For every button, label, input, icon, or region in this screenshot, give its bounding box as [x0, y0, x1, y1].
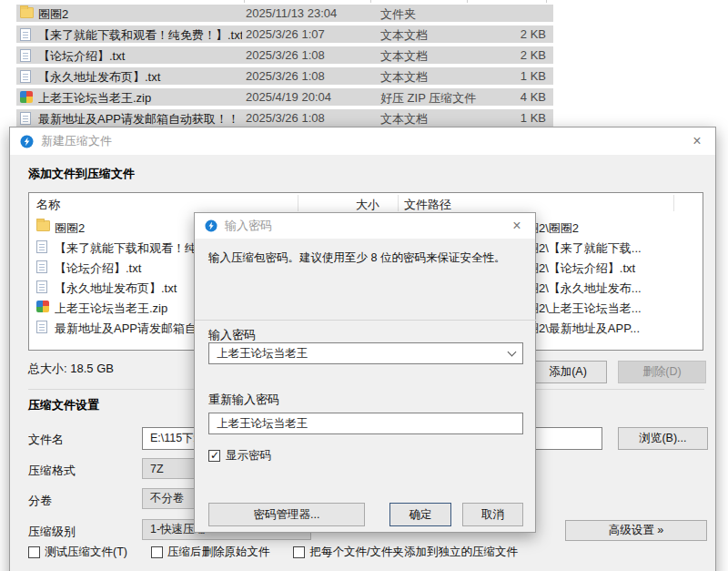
file-type-icon [36, 220, 50, 231]
file-name: 上老王论坛当老王.zip [38, 90, 242, 107]
checkbox-label: 测试压缩文件(T) [45, 545, 127, 560]
file-date: 2025/3/26 1:07 [246, 27, 325, 41]
column-divider [546, 0, 547, 3]
column-header-size[interactable]: 大小 [302, 197, 379, 213]
browse-button[interactable]: 浏览(B)... [618, 427, 708, 450]
password-dialog: 输入密码 × 输入压缩包密码。建议使用至少 8 位的密码来保证安全性。 输入密码… [194, 212, 536, 533]
close-icon[interactable]: × [499, 213, 535, 239]
file-row[interactable]: 上老王论坛当老王.zip 2025/4/19 20:04 好压 ZIP 压缩文件… [16, 88, 553, 106]
add-files-heading: 添加文件到压缩文件 [28, 166, 135, 182]
item-path: 圈2\上老王论坛当老... [527, 301, 683, 317]
reenter-password-input[interactable]: 上老王论坛当老王 [208, 413, 523, 434]
option-checkbox[interactable]: 测试压缩文件(T) [28, 545, 127, 560]
column-header-name[interactable]: 名称 [36, 197, 60, 213]
file-type-icon [36, 301, 49, 312]
file-date: 2025/4/19 20:04 [246, 90, 331, 104]
file-date: 2025/3/26 1:08 [246, 69, 325, 83]
show-password-label: 显示密码 [226, 448, 271, 464]
file-name: 【来了就能下载和观看！纯免费！】.txt [38, 27, 242, 44]
item-path: 圈2\【来了就能下载... [527, 240, 683, 257]
file-type-icon [20, 112, 31, 125]
file-size: 4 KB [521, 90, 546, 104]
checkbox-label: 压缩后删除原始文件 [167, 545, 270, 560]
file-name: 最新地址及APP请发邮箱自动获取！！！.... [38, 111, 242, 127]
column-divider [467, 0, 468, 3]
chevron-down-icon[interactable] [508, 348, 517, 357]
column-divider [398, 195, 399, 211]
file-date: 2025/3/26 1:08 [246, 111, 325, 125]
options-checkbox-row: 测试压缩文件(T) 压缩后删除原始文件 把每个文件/文件夹添加到独立的压缩文件 [28, 545, 518, 560]
file-type-icon [36, 321, 47, 333]
divider [195, 320, 537, 321]
close-icon[interactable]: × [679, 127, 715, 155]
explorer-rows: 圈圈2 2025/11/13 23:04 文件夹 【来了就能下载和观看！纯免费！… [16, 5, 553, 130]
volume-label: 分卷 [28, 493, 52, 509]
checkbox-label: 把每个文件/文件夹添加到独立的压缩文件 [309, 545, 517, 560]
haozip-app-icon [205, 219, 217, 232]
file-row[interactable]: 最新地址及APP请发邮箱自动获取！！！.... 2025/3/26 1:08 文… [16, 109, 553, 127]
screen: 圈圈2 2025/11/13 23:04 文件夹 【来了就能下载和观看！纯免费！… [0, 0, 728, 571]
checkbox-icon[interactable] [28, 546, 40, 558]
file-type-icon [36, 260, 47, 273]
file-row[interactable]: 【论坛介绍】.txt 2025/3/26 1:08 文本文档 2 KB [16, 46, 553, 64]
file-type: 文本文档 [380, 48, 428, 65]
dialog-title: 输入密码 [225, 218, 272, 234]
file-row[interactable]: 【来了就能下载和观看！纯免费！】.txt 2025/3/26 1:07 文本文档… [16, 25, 553, 43]
file-type: 好压 ZIP 压缩文件 [380, 90, 476, 107]
show-password-option[interactable]: 显示密码 [208, 448, 271, 464]
file-type-icon [20, 7, 34, 18]
column-divider [673, 195, 674, 211]
column-header-path[interactable]: 文件路径 [404, 197, 451, 213]
level-label: 压缩级别 [28, 524, 76, 540]
password-value: 上老王论坛当老王 [217, 346, 308, 362]
option-checkbox[interactable]: 把每个文件/文件夹添加到独立的压缩文件 [293, 545, 517, 560]
enter-password-label: 输入密码 [208, 327, 256, 343]
file-type-icon [36, 280, 47, 293]
file-type-icon [20, 28, 31, 41]
reenter-password-label: 重新输入密码 [208, 392, 279, 408]
checkbox-icon[interactable] [208, 450, 220, 462]
password-combobox[interactable]: 上老王论坛当老王 [208, 342, 523, 364]
file-size: 1 KB [521, 69, 546, 83]
checkbox-icon[interactable] [293, 546, 305, 558]
column-divider [298, 195, 298, 211]
file-date: 2025/11/13 23:04 [246, 6, 337, 20]
password-manager-button[interactable]: 密码管理器... [208, 503, 365, 526]
file-row[interactable]: 【永久地址发布页】.txt 2025/3/26 1:08 文本文档 1 KB [16, 67, 553, 85]
file-size: 2 KB [521, 48, 546, 62]
format-label: 压缩格式 [28, 463, 76, 479]
ok-button[interactable]: 确定 [389, 503, 451, 526]
file-type-icon [36, 240, 47, 253]
delete-button: 删除(D) [618, 361, 706, 383]
column-divider [370, 0, 371, 3]
column-divider [244, 0, 245, 3]
filename-label: 文件名 [28, 432, 64, 448]
file-explorer: 圈圈2 2025/11/13 23:04 文件夹 【来了就能下载和观看！纯免费！… [0, 0, 728, 127]
file-type: 文本文档 [380, 27, 428, 44]
password-hint-text: 输入压缩包密码。建议使用至少 8 位的密码来保证安全性。 [208, 250, 505, 266]
item-path: 圈2\圈圈2 [527, 220, 683, 237]
dialog-titlebar[interactable]: 新建压缩文件 × [10, 127, 715, 155]
file-type: 文本文档 [380, 69, 428, 86]
haozip-app-icon [20, 135, 34, 148]
file-type: 文件夹 [380, 6, 416, 23]
file-name: 【论坛介绍】.txt [38, 48, 242, 65]
item-path: 圈2\【永久地址发布... [527, 280, 683, 297]
file-name: 【永久地址发布页】.txt [38, 69, 242, 86]
add-button[interactable]: 添加(A) [529, 361, 607, 383]
advanced-settings-button[interactable]: 高级设置 » [565, 520, 707, 541]
item-path: 圈2\【论坛介绍】.txt [527, 260, 683, 277]
checkbox-icon[interactable] [151, 546, 163, 558]
file-name: 圈圈2 [38, 6, 242, 23]
file-row[interactable]: 圈圈2 2025/11/13 23:04 文件夹 [16, 5, 553, 22]
file-type-icon [20, 91, 33, 103]
option-checkbox[interactable]: 压缩后删除原始文件 [151, 545, 270, 560]
item-path: 圈2\最新地址及APP... [527, 321, 683, 337]
archive-settings-heading: 压缩文件设置 [28, 397, 99, 413]
cancel-button[interactable]: 取消 [462, 503, 523, 526]
file-date: 2025/3/26 1:08 [246, 48, 325, 62]
file-type: 文本文档 [380, 111, 428, 127]
dialog-titlebar[interactable]: 输入密码 × [195, 213, 535, 239]
dialog-title: 新建压缩文件 [41, 133, 112, 149]
file-size: 1 KB [521, 111, 546, 125]
